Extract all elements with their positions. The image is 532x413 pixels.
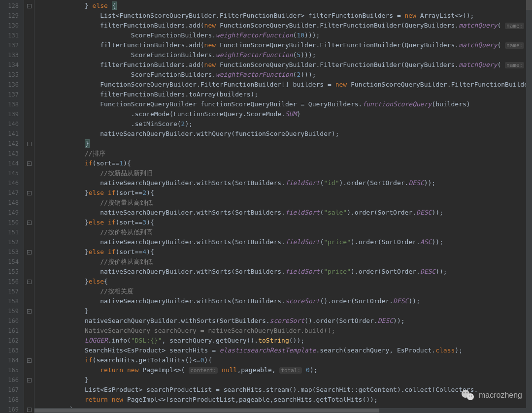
fold-gutter-line[interactable] (24, 316, 34, 326)
code-line[interactable]: return new PageImpl<>(searchProductList,… (34, 395, 526, 405)
code-line[interactable]: //按价格从高到低 (34, 257, 526, 267)
code-line[interactable]: //排序 (34, 149, 526, 159)
code-line[interactable]: nativeSearchQueryBuilder.withSorts(SortB… (34, 316, 526, 326)
fold-gutter-line[interactable] (24, 70, 34, 80)
code-line[interactable]: NativeSearchQuery searchQuery = nativeSe… (34, 326, 526, 336)
code-area[interactable]: } else { List<FunctionScoreQueryBuilder.… (34, 0, 526, 413)
code-line[interactable]: List<FunctionScoreQueryBuilder.FilterFun… (34, 11, 526, 21)
fold-gutter-line[interactable] (24, 80, 34, 90)
code-line[interactable]: filterFunctionBuilders.add(new FunctionS… (34, 21, 526, 31)
fold-gutter-line[interactable] (24, 168, 34, 178)
fold-gutter-line[interactable] (24, 129, 34, 139)
fold-gutter-line[interactable] (24, 365, 34, 375)
fold-toggle-icon[interactable]: − (27, 358, 32, 363)
code-line[interactable]: }else{ (34, 277, 526, 286)
fold-gutter-line[interactable] (24, 40, 34, 50)
fold-toggle-icon[interactable]: − (27, 191, 32, 195)
fold-toggle-icon[interactable]: − (27, 161, 32, 166)
code-line[interactable]: ScoreFunctionBuilders.weightFactorFuncti… (34, 70, 526, 80)
code-line[interactable]: }else if(sort==2){ (34, 188, 526, 198)
fold-gutter-line[interactable] (24, 385, 34, 395)
fold-gutter-line[interactable]: − (24, 218, 34, 227)
code-line[interactable]: nativeSearchQueryBuilder.withSorts(SortB… (34, 267, 526, 277)
code-line[interactable]: List<EsProduct> searchProductList = sear… (34, 385, 526, 395)
code-line[interactable]: if(sort==1){ (34, 159, 526, 168)
code-line[interactable]: .scoreMode(FunctionScoreQuery.ScoreMode.… (34, 109, 526, 119)
fold-gutter-line[interactable]: − (24, 405, 34, 413)
fold-toggle-icon[interactable]: − (27, 408, 32, 412)
code-line[interactable]: if(searchHits.getTotalHits()<=0){ (34, 355, 526, 365)
fold-gutter-line[interactable]: − (24, 139, 34, 149)
fold-gutter-line[interactable] (24, 336, 34, 346)
fold-gutter-line[interactable] (24, 11, 34, 21)
fold-gutter-line[interactable] (24, 326, 34, 336)
fold-gutter-line[interactable] (24, 208, 34, 218)
fold-gutter-line[interactable] (24, 257, 34, 267)
fold-gutter-line[interactable] (24, 296, 34, 306)
fold-toggle-icon[interactable]: − (27, 221, 32, 225)
code-line[interactable]: .setMinScore(2); (34, 119, 526, 129)
fold-gutter-line[interactable]: − (24, 159, 34, 168)
fold-gutter-line[interactable] (24, 267, 34, 277)
code-line[interactable]: nativeSearchQueryBuilder.withSorts(SortB… (34, 208, 526, 218)
code-line[interactable]: return new PageImpl<>( content: null,pag… (34, 365, 526, 375)
minimap-scrollbar[interactable] (526, 0, 532, 413)
fold-gutter-line[interactable] (24, 198, 34, 208)
fold-gutter-line[interactable] (24, 395, 34, 405)
fold-toggle-icon[interactable]: − (27, 4, 32, 8)
fold-gutter-line[interactable]: − (24, 355, 34, 365)
code-line[interactable]: } (34, 139, 526, 149)
code-line[interactable]: nativeSearchQueryBuilder.withSorts(SortB… (34, 178, 526, 188)
code-editor[interactable]: 1281291301311321331341351361371381391401… (0, 0, 532, 413)
fold-gutter-line[interactable] (24, 109, 34, 119)
horizontal-scrollbar-thumb[interactable] (34, 409, 379, 413)
fold-gutter-line[interactable]: − (24, 1, 34, 11)
code-line[interactable]: } else { (34, 1, 526, 11)
fold-gutter-line[interactable] (24, 286, 34, 296)
fold-gutter-line[interactable] (24, 50, 34, 60)
code-line[interactable]: filterFunctionBuilders.add(new FunctionS… (34, 60, 526, 70)
fold-gutter-line[interactable] (24, 31, 34, 40)
code-line[interactable]: FunctionScoreQueryBuilder functionScoreQ… (34, 99, 526, 109)
code-line[interactable]: nativeSearchQueryBuilder.withSorts(SortB… (34, 237, 526, 247)
code-line[interactable]: } (34, 306, 526, 316)
fold-gutter-line[interactable]: − (24, 188, 34, 198)
fold-toggle-icon[interactable]: − (27, 309, 32, 314)
code-line[interactable]: //按新品从新到旧 (34, 168, 526, 178)
fold-gutter-line[interactable] (24, 178, 34, 188)
code-line[interactable]: SearchHits<EsProduct> searchHits = elast… (34, 346, 526, 355)
horizontal-scrollbar[interactable] (34, 408, 526, 413)
fold-gutter-line[interactable] (24, 99, 34, 109)
code-line[interactable]: ScoreFunctionBuilders.weightFactorFuncti… (34, 31, 526, 40)
fold-gutter-line[interactable] (24, 149, 34, 159)
fold-gutter-line[interactable]: − (24, 306, 34, 316)
fold-gutter-line[interactable] (24, 21, 34, 31)
code-line[interactable]: filterFunctionBuilders.add(new FunctionS… (34, 40, 526, 50)
code-line[interactable]: //按销量从高到低 (34, 198, 526, 208)
fold-toggle-icon[interactable]: − (27, 250, 32, 254)
fold-gutter-line[interactable] (24, 346, 34, 355)
code-line[interactable]: }else if(sort==3){ (34, 218, 526, 227)
fold-toggle-icon[interactable]: − (27, 378, 32, 382)
code-line[interactable]: nativeSearchQueryBuilder.withSorts(SortB… (34, 296, 526, 306)
code-line[interactable]: //按相关度 (34, 286, 526, 296)
fold-gutter-line[interactable] (24, 237, 34, 247)
code-line[interactable]: } (34, 375, 526, 385)
fold-gutter-line[interactable] (24, 60, 34, 70)
code-line[interactable]: LOGGER.info("DSL:{}", searchQuery.getQue… (34, 336, 526, 346)
fold-gutter-line[interactable]: − (24, 277, 34, 286)
code-line[interactable]: filterFunctionBuilders.toArray(builders)… (34, 90, 526, 99)
code-line[interactable]: //按价格从低到高 (34, 227, 526, 237)
fold-gutter-line[interactable]: − (24, 375, 34, 385)
code-line[interactable]: ScoreFunctionBuilders.weightFactorFuncti… (34, 50, 526, 60)
fold-toggle-icon[interactable]: − (27, 280, 32, 284)
code-line[interactable]: nativeSearchQueryBuilder.withQuery(funct… (34, 129, 526, 139)
fold-gutter-line[interactable]: − (24, 247, 34, 257)
fold-column[interactable]: −−−−−−−−−−− (24, 0, 34, 413)
fold-gutter-line[interactable] (24, 90, 34, 99)
code-line[interactable]: FunctionScoreQueryBuilder.FilterFunction… (34, 80, 526, 90)
code-line[interactable]: }else if(sort==4){ (34, 247, 526, 257)
fold-gutter-line[interactable] (24, 227, 34, 237)
fold-toggle-icon[interactable]: − (27, 142, 32, 146)
fold-gutter-line[interactable] (24, 119, 34, 129)
